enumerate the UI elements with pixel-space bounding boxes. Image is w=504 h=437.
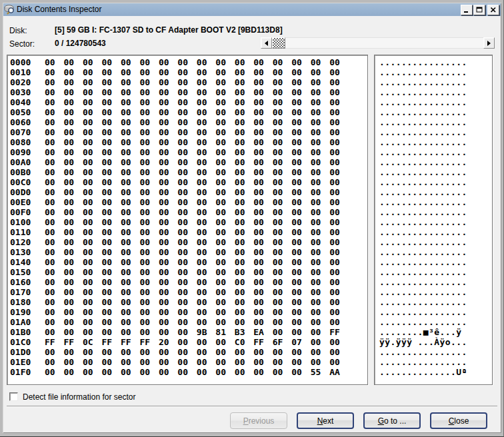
- hex-row: 008000 00 00 00 00 00 00 00 00 00 00 00 …: [10, 137, 367, 147]
- ascii-row: ................: [379, 147, 492, 157]
- ascii-row: ................: [379, 107, 492, 117]
- app-disk-magnifier-icon: [4, 4, 15, 15]
- hex-bytes: 00 00 00 00 00 00 00 00 00 00 00 00 00 0…: [45, 67, 340, 77]
- ascii-row: ................: [379, 67, 492, 77]
- ascii-row: ................: [379, 187, 492, 197]
- hex-row: 01A000 00 00 00 00 00 00 00 00 00 00 00 …: [10, 317, 367, 327]
- ascii-row: ................: [379, 157, 492, 167]
- ascii-row: ................: [379, 97, 492, 107]
- ascii-row: ................: [379, 167, 492, 177]
- hex-offset: 0170: [10, 287, 34, 297]
- scroll-left-button[interactable]: [261, 37, 272, 49]
- detect-file-info-checkbox[interactable]: [9, 392, 18, 401]
- hex-bytes: 00 00 00 00 00 00 00 00 00 00 00 00 00 0…: [45, 87, 340, 97]
- hex-row: 012000 00 00 00 00 00 00 00 00 00 00 00 …: [10, 237, 367, 247]
- ascii-row: ................: [379, 267, 492, 277]
- close-dialog-button[interactable]: Close: [430, 412, 487, 429]
- hex-offset: 0060: [10, 117, 34, 127]
- maximize-icon: [476, 7, 483, 13]
- ascii-row: ................: [379, 297, 492, 307]
- hex-row: 01E000 00 00 00 00 00 00 00 00 00 00 00 …: [10, 357, 367, 367]
- hex-bytes: 00 00 00 00 00 00 00 00 00 00 00 00 00 0…: [45, 357, 340, 367]
- hex-row: 01B000 00 00 00 00 00 00 00 9B 81 B3 EA …: [10, 327, 367, 337]
- hex-bytes: 00 00 00 00 00 00 00 00 00 00 00 00 00 0…: [45, 267, 340, 277]
- scroll-right-button[interactable]: [483, 37, 495, 49]
- hex-row: 009000 00 00 00 00 00 00 00 00 00 00 00 …: [10, 147, 367, 157]
- minimize-button[interactable]: [461, 5, 473, 15]
- hex-row: 000000 00 00 00 00 00 00 00 00 00 00 00 …: [10, 57, 367, 67]
- hex-bytes: 00 00 00 00 00 00 00 00 00 00 00 00 00 0…: [45, 347, 340, 357]
- hex-bytes: 00 00 00 00 00 00 00 00 00 00 00 00 00 0…: [45, 257, 340, 267]
- hex-offset: 0080: [10, 137, 34, 147]
- hex-row: 004000 00 00 00 00 00 00 00 00 00 00 00 …: [10, 97, 367, 107]
- hex-offset: 0050: [10, 107, 34, 117]
- next-button[interactable]: Next: [297, 412, 354, 429]
- title-bar[interactable]: Disk Contents Inspector: [3, 3, 501, 16]
- hex-offset: 0010: [10, 67, 34, 77]
- hex-offset: 01F0: [10, 367, 34, 377]
- hex-row: 015000 00 00 00 00 00 00 00 00 00 00 00 …: [10, 267, 367, 277]
- hex-row: 002000 00 00 00 00 00 00 00 00 00 00 00 …: [10, 77, 367, 87]
- hex-offset: 0020: [10, 77, 34, 87]
- hex-bytes: 00 00 00 00 00 00 00 00 00 00 00 00 00 0…: [45, 117, 340, 127]
- hex-bytes: 00 00 00 00 00 00 00 00 00 00 00 00 00 0…: [45, 167, 340, 177]
- ascii-row: ................: [379, 177, 492, 187]
- hex-bytes: 00 00 00 00 00 00 00 00 9B 81 B3 EA 00 0…: [45, 327, 340, 337]
- go-to-button[interactable]: Go to ...: [363, 412, 421, 429]
- footer-divider: [7, 406, 497, 407]
- ascii-row: ................: [379, 217, 492, 227]
- hex-offset: 01B0: [10, 327, 34, 337]
- ascii-row: ................: [379, 247, 492, 257]
- ascii-row: ................: [379, 207, 492, 217]
- close-icon: [490, 7, 497, 13]
- hex-row: 010000 00 00 00 00 00 00 00 00 00 00 00 …: [10, 217, 367, 227]
- hex-offset: 0130: [10, 247, 34, 257]
- hex-offset: 0140: [10, 257, 34, 267]
- hex-bytes: FF FF 0C FF FF FF 20 00 00 00 C0 FF 6F 0…: [45, 337, 340, 347]
- disk-value: [5] 59 GB I: FC-1307 SD to CF Adapter BO…: [55, 25, 283, 35]
- ascii-row: ................: [379, 197, 492, 207]
- ascii-row: ................: [379, 307, 492, 317]
- hex-bytes: 00 00 00 00 00 00 00 00 00 00 00 00 00 0…: [45, 237, 340, 247]
- hex-bytes: 00 00 00 00 00 00 00 00 00 00 00 00 00 0…: [45, 217, 340, 227]
- hex-row: 017000 00 00 00 00 00 00 00 00 00 00 00 …: [10, 287, 367, 297]
- hex-row: 003000 00 00 00 00 00 00 00 00 00 00 00 …: [10, 87, 367, 97]
- hex-row: 018000 00 00 00 00 00 00 00 00 00 00 00 …: [10, 297, 367, 307]
- sector-label: Sector:: [9, 39, 35, 49]
- hex-offset: 0160: [10, 277, 34, 287]
- ascii-row: ÿÿ.ÿÿÿ ...Àÿo...: [379, 337, 492, 347]
- hex-offset: 0110: [10, 227, 34, 237]
- hex-bytes: 00 00 00 00 00 00 00 00 00 00 00 00 00 0…: [45, 127, 340, 137]
- hex-row: 00A000 00 00 00 00 00 00 00 00 00 00 00 …: [10, 157, 367, 167]
- scroll-left-icon: [262, 41, 268, 46]
- scrollbar-thumb[interactable]: [272, 37, 285, 49]
- ascii-panel[interactable]: ........................................…: [374, 55, 493, 385]
- hex-row: 016000 00 00 00 00 00 00 00 00 00 00 00 …: [10, 277, 367, 287]
- hex-offset: 00E0: [10, 197, 34, 207]
- sector-scrollbar[interactable]: [261, 37, 495, 49]
- hex-row: 01D000 00 00 00 00 00 00 00 00 00 00 00 …: [10, 347, 367, 357]
- maximize-button[interactable]: [473, 5, 485, 15]
- hex-row: 00B000 00 00 00 00 00 00 00 00 00 00 00 …: [10, 167, 367, 177]
- hex-bytes: 00 00 00 00 00 00 00 00 00 00 00 00 00 0…: [45, 297, 340, 307]
- ascii-row: ................: [379, 287, 492, 297]
- hex-bytes: 00 00 00 00 00 00 00 00 00 00 00 00 00 0…: [45, 97, 340, 107]
- hex-bytes: 00 00 00 00 00 00 00 00 00 00 00 00 00 0…: [45, 157, 340, 167]
- hex-offset: 00C0: [10, 177, 34, 187]
- hex-row: 00C000 00 00 00 00 00 00 00 00 00 00 00 …: [10, 177, 367, 187]
- hex-offset: 0040: [10, 97, 34, 107]
- hex-bytes: 00 00 00 00 00 00 00 00 00 00 00 00 00 0…: [45, 367, 340, 377]
- hex-bytes: 00 00 00 00 00 00 00 00 00 00 00 00 00 0…: [45, 277, 340, 287]
- hex-row: 013000 00 00 00 00 00 00 00 00 00 00 00 …: [10, 247, 367, 257]
- ascii-row: ................: [379, 117, 492, 127]
- hex-bytes-panel[interactable]: 000000 00 00 00 00 00 00 00 00 00 00 00 …: [7, 55, 368, 385]
- hex-row: 00F000 00 00 00 00 00 00 00 00 00 00 00 …: [10, 207, 367, 217]
- ascii-row: ................: [379, 317, 492, 327]
- hex-offset: 01C0: [10, 337, 34, 347]
- ascii-rows: ........................................…: [379, 57, 492, 377]
- close-button[interactable]: [487, 5, 499, 15]
- hex-offset: 0180: [10, 297, 34, 307]
- hex-bytes: 00 00 00 00 00 00 00 00 00 00 00 00 00 0…: [45, 187, 340, 197]
- hex-offset: 01A0: [10, 317, 34, 327]
- hex-row: 01C0FF FF 0C FF FF FF 20 00 00 00 C0 FF …: [10, 337, 367, 347]
